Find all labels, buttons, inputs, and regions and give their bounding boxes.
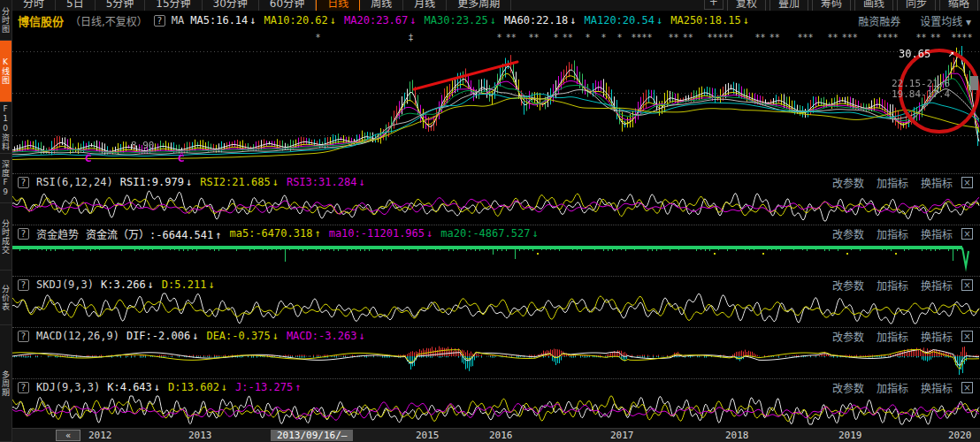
trend-arrow-icon: ↓ — [358, 330, 364, 342]
sidebar-item-depth-f9[interactable]: 深度F9 — [0, 154, 11, 203]
indicator-value: ma5:-6470.318↑ — [230, 227, 321, 240]
trend-arrow-icon: ↓ — [192, 330, 198, 342]
panel-action-button[interactable]: 加指标 — [877, 226, 908, 241]
toolbar-button[interactable]: 缩略 — [939, 0, 978, 11]
timeline-label[interactable]: 2020 — [948, 430, 972, 441]
close-icon[interactable]: × — [961, 228, 973, 240]
period-tab[interactable]: 60分钟 — [259, 0, 316, 11]
help-icon[interactable]: ? — [18, 382, 29, 393]
trend-arrow-icon: ↓ — [490, 14, 496, 27]
timeline-label[interactable]: 2016 — [489, 430, 513, 441]
help-icon[interactable]: ? — [18, 177, 29, 188]
panel-kdj: ? KDJ(9,3,3) K:4.643↓D:13.602↓J:-13.275↑… — [12, 378, 980, 428]
panel-action-button[interactable]: 换指标 — [921, 226, 953, 241]
panel-actions: 改参数加指标换指标 — [832, 226, 953, 241]
period-tab[interactable]: 5日 — [56, 0, 96, 11]
margin-trading-link[interactable]: 融资融券 — [858, 13, 900, 28]
timeline-label[interactable]: 2019 — [838, 430, 862, 441]
period-tab[interactable]: 5分钟 — [96, 0, 146, 11]
skdj-canvas[interactable] — [12, 293, 980, 324]
stock-name: 博信股份 — [18, 12, 64, 29]
period-tab[interactable]: 15分钟 — [145, 0, 202, 11]
ex-dividend-icon: Ĉ — [178, 154, 184, 164]
sidebar-item-timeshare-chart[interactable]: 分时图 — [0, 0, 11, 41]
indicator-name[interactable]: KDJ(9,3,3) — [36, 381, 100, 393]
toolbar-button[interactable]: 筹码 — [812, 0, 851, 11]
panel-action-button[interactable]: 换指标 — [921, 278, 953, 293]
panel-action-button[interactable]: 换指标 — [921, 380, 953, 395]
panel-action-button[interactable]: 改参数 — [832, 175, 864, 190]
panel-action-button[interactable]: 改参数 — [832, 380, 864, 395]
indicator-name[interactable]: MACD(12,26,9) — [36, 330, 119, 342]
panel-action-button[interactable]: 加指标 — [877, 278, 908, 293]
panel-action-button[interactable]: 改参数 — [832, 278, 864, 293]
ma-settings-link[interactable]: 设置均线 ▾ — [920, 13, 971, 28]
indicator-values: 资金流（万）:-6644.541↑ma5:-6470.318↑ma10:-112… — [86, 226, 539, 241]
indicator-name[interactable]: SKDJ(9,3) — [36, 278, 94, 291]
plus-icon[interactable]: + — [704, 0, 724, 10]
timeline-label[interactable]: 2012 — [88, 430, 112, 441]
base-price-label: 8.90 — [131, 140, 155, 151]
trend-arrow-icon: ↓ — [272, 330, 279, 342]
timeline-label[interactable]: 2015 — [416, 430, 440, 441]
help-icon[interactable]: ? — [18, 228, 29, 240]
close-icon[interactable]: × — [961, 382, 973, 393]
sidebar-item-tick-trades[interactable]: 分时成交 — [0, 203, 11, 271]
rsi-canvas[interactable] — [12, 190, 980, 222]
indicator-values: K:4.643↓D:13.602↓J:-13.275↑ — [107, 381, 301, 393]
toolbar-button[interactable]: 复权 — [727, 0, 766, 11]
period-tab[interactable]: 日线 — [316, 0, 360, 11]
help-icon[interactable]: ? — [18, 279, 29, 291]
timeline-label[interactable]: 2018 — [725, 430, 749, 441]
panel-action-button[interactable]: 改参数 — [832, 329, 864, 344]
panel-fund-trend: ? 资金趋势 资金流（万）:-6644.541↑ma5:-6470.318↑ma… — [12, 225, 980, 276]
panel-action-button[interactable]: 改参数 — [832, 226, 864, 241]
macd-header: ? MACD(12,26,9) DIF:-2.006↓DEA:-0.375↓MA… — [12, 328, 980, 344]
main-kline-chart: 30.65 ↗ 22.15-21.6 19.84-17.4 8.90 ĈĈ — [12, 46, 980, 173]
panel-rsi: ? RSI(6,12,24) RSI1:9.979↓RSI2:21.685↓RS… — [12, 173, 980, 225]
sidebar-item-price-table[interactable]: 分价表 — [0, 271, 11, 325]
panel-action-button[interactable]: 换指标 — [921, 175, 953, 190]
kline-canvas[interactable] — [12, 46, 980, 173]
kdj-canvas[interactable] — [12, 395, 980, 425]
help-icon[interactable]: ? — [18, 331, 29, 342]
scroll-left-button[interactable]: « — [56, 430, 80, 441]
help-icon[interactable]: ? — [154, 15, 165, 27]
event-marker-icon: * — [601, 33, 607, 42]
panel-action-button[interactable]: 换指标 — [921, 329, 953, 344]
panel-skdj: ? SKDJ(9,3) K:3.266↓D:5.211↓ 改参数加指标换指标 × — [12, 276, 980, 327]
panel-action-button[interactable]: 加指标 — [877, 380, 908, 395]
toolbar-button[interactable]: 同步 — [897, 0, 936, 11]
ma-value: MA5:16.14↓ — [190, 14, 256, 27]
indicator-name[interactable]: RSI(6,12,24) — [36, 176, 113, 188]
sidebar-item-kline-chart[interactable]: K线图 — [0, 41, 11, 103]
close-icon[interactable]: × — [961, 331, 973, 342]
timeline-label[interactable]: 2013 — [188, 430, 212, 441]
event-marker-icon: ‡ — [409, 33, 414, 42]
ma-values: MA5:16.14↓MA10:20.62↓MA20:23.67↓MA30:23.… — [190, 14, 749, 27]
panel-action-button[interactable]: 加指标 — [877, 329, 908, 344]
macd-canvas[interactable] — [12, 344, 980, 376]
close-icon[interactable]: × — [961, 279, 973, 291]
panel-action-button[interactable]: 加指标 — [877, 175, 908, 190]
trend-arrow-icon: ↓ — [186, 176, 192, 188]
timeline-label[interactable]: 2017 — [610, 430, 634, 441]
timeline-label[interactable]: 2013/09/16/— — [271, 430, 353, 441]
period-tab[interactable]: 更多周期 — [447, 0, 511, 11]
period-tab[interactable]: 周线 — [360, 0, 403, 11]
content-area: 分时5日5分钟15分钟30分钟60分钟日线周线月线更多周期 + 复权叠加筹码画线… — [12, 0, 980, 442]
close-icon[interactable]: × — [961, 177, 973, 188]
toolbar-button[interactable]: 叠加 — [769, 0, 808, 11]
fund-trend-canvas[interactable] — [12, 241, 980, 273]
toolbar-button[interactable]: 画线 — [854, 0, 893, 11]
period-tab[interactable]: 月线 — [403, 0, 447, 11]
sidebar-item-f10-info[interactable]: F10资料 — [0, 103, 11, 154]
event-marker-icon: * — [316, 33, 321, 42]
period-tab[interactable]: 分时 — [12, 0, 56, 11]
event-marker-icon: ** ** — [916, 33, 941, 42]
period-tab[interactable]: 30分钟 — [203, 0, 259, 11]
event-marker-icon: * ** — [497, 33, 517, 42]
sidebar-item-multi-period[interactable]: 多周期 — [0, 325, 11, 442]
ma-value: MA20:23.67↓ — [344, 14, 416, 27]
indicator-name[interactable]: 资金趋势 — [36, 226, 79, 241]
